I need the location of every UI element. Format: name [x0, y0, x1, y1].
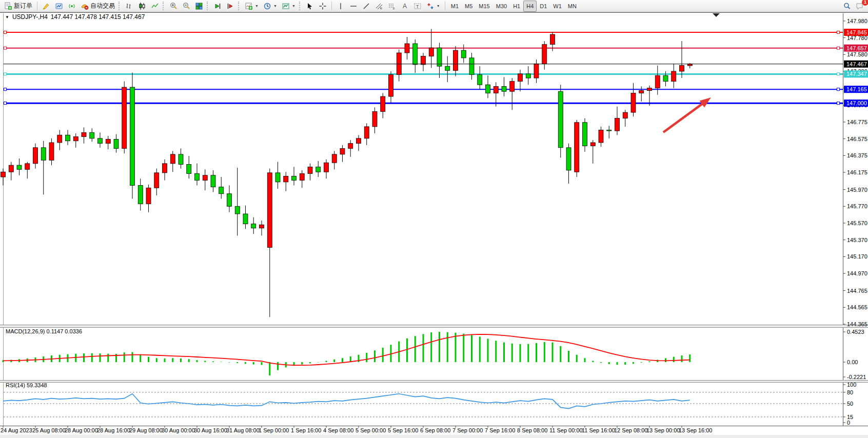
svg-text:147.657: 147.657 [846, 45, 867, 51]
fibonacci-button[interactable]: F [386, 1, 398, 12]
macd-indicator-label: MACD(12,26,9) 0.1147 0.0336 [6, 328, 82, 334]
timeframe-h4-button[interactable]: H4 [523, 1, 537, 12]
svg-text:0.4523: 0.4523 [847, 329, 864, 335]
new-order-label: 新订单 [14, 2, 32, 10]
chart-shift-marker-icon[interactable] [713, 13, 720, 17]
candlesticks [1, 29, 693, 317]
autotrading-button[interactable]: 自动交易 [78, 1, 117, 12]
new-order-button[interactable]: 新订单 [2, 1, 34, 12]
horizontal-line-147.165[interactable] [4, 88, 843, 91]
rsi-panel: 1008050150 [3, 382, 856, 426]
template-icon [282, 2, 290, 10]
periods-button[interactable]: ▼ [261, 1, 279, 12]
panel-frame [0, 13, 868, 438]
text-button[interactable]: A [399, 1, 411, 12]
svg-text:7 Sep 16:00: 7 Sep 16:00 [485, 427, 515, 433]
timeframe-h1-button[interactable]: H1 [510, 1, 523, 12]
svg-text:145.970: 145.970 [847, 187, 867, 193]
indicators-icon [245, 2, 253, 10]
svg-text:24 Aug 2023: 24 Aug 2023 [1, 427, 32, 433]
timeframe-m15-button[interactable]: M15 [476, 1, 492, 12]
timeframe-mn-button[interactable]: MN [565, 1, 580, 12]
line-chart-button[interactable] [149, 1, 161, 12]
toolbar-grip [163, 2, 166, 10]
svg-text:5 Sep 16:00: 5 Sep 16:00 [388, 427, 418, 433]
cursor-button[interactable] [304, 1, 316, 12]
autotrading-label: 自动交易 [90, 2, 115, 10]
horizontal-line-147.657[interactable] [4, 47, 843, 49]
svg-text:146.575: 146.575 [847, 136, 867, 142]
toolbar-grip [238, 2, 241, 10]
equidistant-channel-button[interactable]: E [373, 1, 385, 12]
dropdown-caret-icon: ▼ [437, 4, 440, 8]
chart-canvas[interactable]: 147.980147.780147.580147.380147.180146.9… [0, 12, 868, 438]
svg-text:11 Sep 16:00: 11 Sep 16:00 [582, 427, 615, 433]
svg-text:80: 80 [847, 389, 853, 395]
horizontal-line-button[interactable] [347, 1, 360, 12]
timeframe-group: M1M5M15M30H1H4D1W1MN [448, 1, 580, 12]
dropdown-caret-icon: ▼ [273, 4, 277, 8]
trendline-button[interactable] [360, 1, 372, 12]
svg-text:-0.2221: -0.2221 [847, 374, 866, 380]
horizontal-line-147.000[interactable] [4, 102, 843, 105]
svg-text:30 Aug 00:00: 30 Aug 00:00 [162, 427, 195, 433]
horizontal-line-147.845[interactable] [4, 31, 843, 33]
broadcast-button[interactable] [66, 1, 78, 12]
arrows-shapes-button[interactable]: ▼ [424, 1, 442, 12]
toolbar-separator [331, 2, 332, 10]
chart-window: ▼ USDJPY-,H4 147.447 147.478 147.415 147… [0, 12, 868, 438]
notifications-button[interactable]: 1 [854, 1, 866, 12]
time-axis[interactable]: 24 Aug 202325 Aug 08:0028 Aug 00:0028 Au… [1, 426, 712, 433]
toolbar-grip [119, 2, 122, 10]
zoom-out-button[interactable] [180, 1, 192, 12]
svg-text:147.347: 147.347 [846, 71, 867, 77]
timeframe-w1-button[interactable]: W1 [550, 1, 565, 12]
svg-text:29 Aug 08:00: 29 Aug 08:00 [129, 427, 163, 433]
line-chart-icon [151, 2, 159, 10]
autotrading-icon [81, 2, 89, 10]
auto-scroll-button[interactable] [211, 1, 224, 12]
clock-icon [263, 2, 271, 10]
svg-text:145.170: 145.170 [847, 253, 867, 260]
svg-text:5 Sep 00:00: 5 Sep 00:00 [356, 427, 386, 433]
timeframe-m5-button[interactable]: M5 [462, 1, 476, 12]
svg-text:147.580: 147.580 [847, 51, 867, 57]
indicators-button[interactable]: ▼ [243, 1, 261, 12]
vertical-line-button[interactable] [334, 1, 347, 12]
zoom-in-icon [169, 2, 177, 10]
auto-scroll-icon [213, 2, 222, 10]
vertical-line-icon [337, 2, 345, 10]
chart-window-button[interactable] [53, 1, 65, 12]
svg-text:7 Sep 00:00: 7 Sep 00:00 [452, 427, 483, 433]
text-label-button[interactable]: T [411, 1, 424, 12]
toolbar-grip [299, 2, 302, 10]
templates-button[interactable]: ▼ [280, 1, 298, 12]
toolbar-grip [207, 2, 210, 10]
timeframe-m1-button[interactable]: M1 [448, 1, 462, 12]
candlestick-chart-button[interactable] [136, 1, 148, 12]
svg-text:144.970: 144.970 [847, 270, 867, 276]
svg-text:1 Sep 16:00: 1 Sep 16:00 [291, 427, 321, 433]
search-button[interactable] [841, 1, 853, 12]
fibonacci-icon: F [388, 2, 396, 10]
notification-count-badge: 1 [862, 0, 868, 6]
zoom-in-button[interactable] [167, 1, 180, 12]
panel-splitter[interactable] [0, 325, 868, 328]
toolbar-separator [37, 2, 37, 10]
svg-text:100: 100 [847, 382, 856, 388]
quick-trade-arrow-icon[interactable]: ▼ [5, 15, 9, 19]
svg-text:147.467: 147.467 [846, 61, 867, 67]
trendline-icon [362, 2, 370, 10]
svg-text:147.980: 147.980 [847, 18, 867, 24]
crosshair-button[interactable] [317, 1, 329, 12]
cursor-icon [306, 2, 314, 10]
chart-shift-button[interactable] [224, 1, 236, 12]
panel-splitter[interactable] [0, 380, 868, 383]
styler-button[interactable] [40, 1, 52, 12]
timeframe-d1-button[interactable]: D1 [537, 1, 550, 12]
horizontal-line-147.347[interactable] [4, 73, 843, 75]
svg-text:12 Sep 08:00: 12 Sep 08:00 [614, 427, 647, 433]
bar-chart-button[interactable] [123, 1, 135, 12]
tile-windows-button[interactable] [193, 1, 205, 12]
timeframe-m30-button[interactable]: M30 [493, 1, 510, 12]
